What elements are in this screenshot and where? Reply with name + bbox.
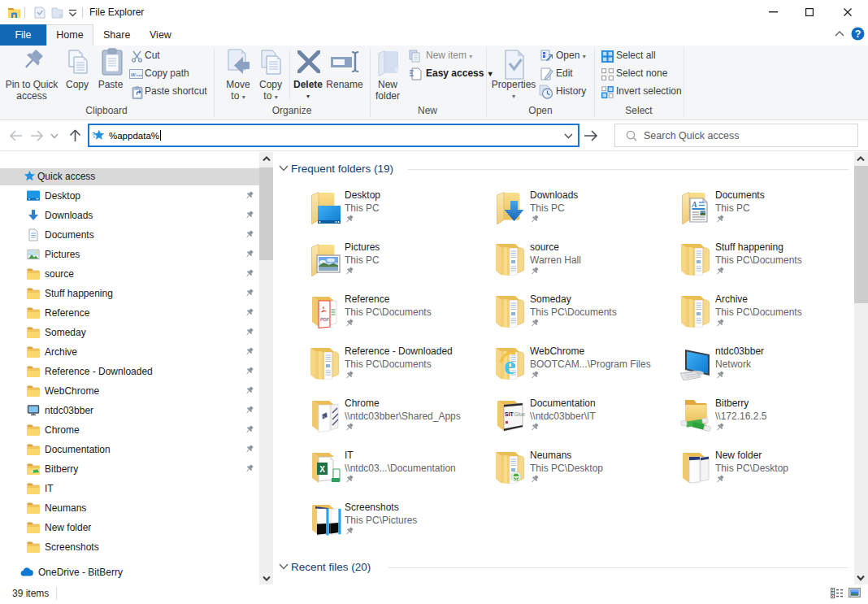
svg-text:PDF: PDF [320, 317, 330, 322]
svg-text:Glue: Glue [514, 411, 526, 417]
svg-text:SIT: SIT [505, 411, 514, 417]
svg-text:?: ? [855, 28, 861, 40]
svg-text:X: X [319, 465, 325, 474]
svg-text:A: A [691, 200, 697, 209]
